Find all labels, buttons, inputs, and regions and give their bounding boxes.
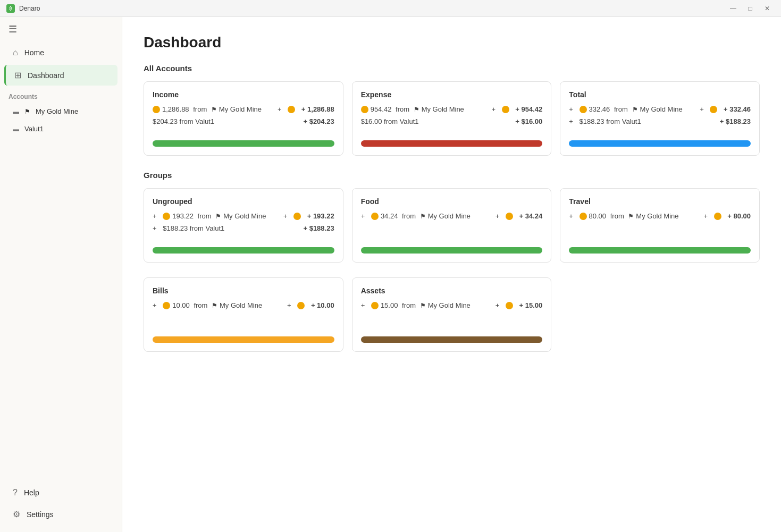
flag-expense1: ⚑ <box>414 106 419 113</box>
total-bar-container <box>569 134 751 147</box>
ungrouped-row1: + 193.22 from ⚑ My Gold Mine + + 193.22 <box>153 212 334 220</box>
total-card: Total + 332.46 from ⚑ My Gold Mine + + 3… <box>560 81 760 156</box>
titlebar: Denaro — □ ✕ <box>0 0 781 17</box>
income-row1-value: + 1,286.88 <box>301 105 334 113</box>
income-card-title: Income <box>153 90 334 99</box>
expense-row1-value: + 954.42 <box>515 105 542 113</box>
account-label-gold-mine: My Gold Mine <box>36 107 78 115</box>
sidebar-item-help[interactable]: ? Help <box>4 483 48 503</box>
account-item-my-gold-mine[interactable]: ▬ ⚑ My Gold Mine <box>4 103 117 120</box>
titlebar-left: Denaro <box>6 4 40 13</box>
expense-bar <box>361 140 543 147</box>
flag-travel1: ⚑ <box>628 213 634 220</box>
sidebar-item-home-label: Home <box>24 48 44 57</box>
flag-total1: ⚑ <box>632 106 638 113</box>
coin-icon-ungrouped1v <box>293 213 301 220</box>
flag-icon-gold-mine: ⚑ <box>24 108 30 115</box>
assets-row1-value: + 15.00 <box>519 301 543 309</box>
bills-bar <box>153 336 334 343</box>
bills-row1-account: My Gold Mine <box>220 301 262 309</box>
account-item-valut1[interactable]: ▬ Valut1 <box>4 121 117 137</box>
travel-row1-account: My Gold Mine <box>636 212 678 220</box>
bills-row1-value: + 10.00 <box>311 301 334 309</box>
ungrouped-bar-container <box>153 241 334 254</box>
ungrouped-row2-amount: $188.23 from Valut1 <box>163 224 224 232</box>
account-label-valut1: Valut1 <box>24 125 44 133</box>
groups-cards-row1: Ungrouped + 193.22 from ⚑ My Gold Mine +… <box>144 188 760 263</box>
accounts-section-label: Accounts <box>0 87 122 103</box>
assets-bar <box>361 336 543 343</box>
coin-icon-travel1 <box>580 213 587 220</box>
settings-gear-icon: ⚙ <box>13 509 20 519</box>
minimize-button[interactable]: — <box>726 1 741 16</box>
dashboard-icon: ⊞ <box>14 70 21 80</box>
menu-toggle-button[interactable]: ☰ <box>0 17 122 41</box>
flag-food1: ⚑ <box>420 213 426 220</box>
expense-row2: $16.00 from Valut1 + $16.00 <box>361 117 543 125</box>
credit-card-icon: ▬ <box>13 108 19 115</box>
travel-bar <box>569 247 751 254</box>
sidebar-item-home[interactable]: ⌂ Home <box>4 43 117 63</box>
coin-icon-ungrouped1 <box>163 213 170 220</box>
ungrouped-row1-value: + 193.22 <box>307 212 334 220</box>
expense-row2-amount: $16.00 from Valut1 <box>361 117 419 125</box>
food-row1-amount: 34.24 <box>381 212 398 220</box>
total-row1-value: + 332.46 <box>724 105 751 113</box>
total-row1-amount: 332.46 <box>589 105 610 113</box>
ungrouped-row2-value: + $188.23 <box>303 224 334 232</box>
assets-row1-amount: 15.00 <box>381 301 398 309</box>
sidebar: ☰ ⌂ Home ⊞ Dashboard Accounts ▬ ⚑ My Gol… <box>0 17 122 532</box>
expense-bar-container <box>361 134 543 147</box>
coin-icon-total1v <box>710 106 717 113</box>
food-bar <box>361 247 543 254</box>
food-row1-value: + 34.24 <box>519 212 543 220</box>
coin-icon-food1 <box>371 213 379 220</box>
maximize-button[interactable]: □ <box>743 1 758 16</box>
expense-row2-value: + $16.00 <box>515 117 542 125</box>
groups-section-title: Groups <box>144 171 760 180</box>
all-accounts-cards: Income 1,286.88 from ⚑ My Gold Mine + + … <box>144 81 760 156</box>
food-row1-account: My Gold Mine <box>428 212 471 220</box>
sidebar-item-settings[interactable]: ⚙ Settings <box>4 504 62 525</box>
coin-icon-travel1v <box>714 213 721 220</box>
coin-icon-income1v <box>288 106 295 113</box>
income-row2-value: + $204.23 <box>303 117 334 125</box>
groups-cards-row2: Bills + 10.00 from ⚑ My Gold Mine + + 10… <box>144 277 760 352</box>
coin-icon-expense1v <box>502 106 509 113</box>
bills-row1-amount: 10.00 <box>172 301 190 309</box>
food-card: Food + 34.24 from ⚑ My Gold Mine + + 34.… <box>352 188 552 263</box>
ungrouped-bar <box>153 247 334 254</box>
flag-bills1: ⚑ <box>212 302 217 309</box>
income-row1-account: My Gold Mine <box>219 105 262 113</box>
assets-card-title: Assets <box>361 286 543 295</box>
expense-row1: 954.42 from ⚑ My Gold Mine + + 954.42 <box>361 105 543 113</box>
coin-icon-income1 <box>153 106 160 113</box>
empty-slot <box>560 277 760 352</box>
main-content: Dashboard All Accounts Income 1,286.88 f… <box>122 17 781 532</box>
income-row1-plus: + <box>278 105 282 113</box>
expense-row1-account: My Gold Mine <box>422 105 464 113</box>
sidebar-item-dashboard-label: Dashboard <box>28 71 64 80</box>
help-icon: ? <box>13 488 18 497</box>
bills-card-title: Bills <box>153 286 334 295</box>
close-button[interactable]: ✕ <box>760 1 775 16</box>
total-row1: + 332.46 from ⚑ My Gold Mine + + 332.46 <box>569 105 751 113</box>
assets-card: Assets + 15.00 from ⚑ My Gold Mine + + 1… <box>352 277 552 352</box>
bills-row1: + 10.00 from ⚑ My Gold Mine + + 10.00 <box>153 301 334 309</box>
income-row1: 1,286.88 from ⚑ My Gold Mine + + 1,286.8… <box>153 105 334 113</box>
travel-card: Travel + 80.00 from ⚑ My Gold Mine + + 8… <box>560 188 760 263</box>
expense-row1-amount: 954.42 <box>371 105 392 113</box>
total-row2-value: + $188.23 <box>720 117 751 125</box>
income-row2-amount: $204.23 from Valut1 <box>153 117 214 125</box>
assets-row1-account: My Gold Mine <box>428 301 471 309</box>
coin-icon-food1v <box>506 213 513 220</box>
ungrouped-card: Ungrouped + 193.22 from ⚑ My Gold Mine +… <box>144 188 343 263</box>
food-bar-container <box>361 241 543 254</box>
travel-bar-container <box>569 241 751 254</box>
total-row2-amount: $188.23 from Valut1 <box>580 117 641 125</box>
sidebar-item-settings-label: Settings <box>27 510 54 519</box>
income-row2: $204.23 from Valut1 + $204.23 <box>153 117 334 125</box>
assets-row1: + 15.00 from ⚑ My Gold Mine + + 15.00 <box>361 301 543 309</box>
income-bar-container <box>153 134 334 147</box>
sidebar-item-dashboard[interactable]: ⊞ Dashboard <box>4 65 117 86</box>
